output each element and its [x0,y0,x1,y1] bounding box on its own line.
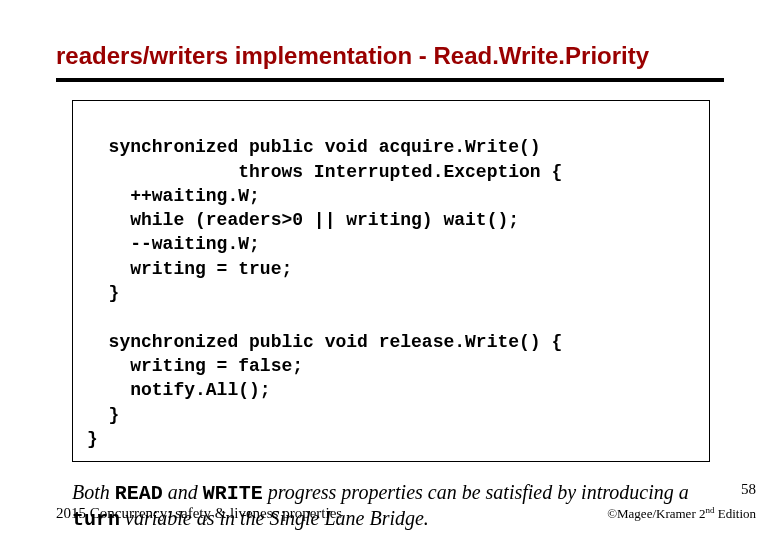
footer-left: 2015 Concurrency: safety & liveness prop… [56,505,342,522]
page-number: 58 [741,481,756,498]
caption-read: READ [115,482,163,505]
code-block-release: synchronized public void release.Write()… [87,332,562,449]
footer-edition: Edition [714,506,756,521]
slide-title: readers/writers implementation - Read.Wr… [56,42,724,70]
caption-text: progress properties can be satisfied by … [263,481,689,503]
caption-text: Both [72,481,115,503]
footer-copyright: ©Magee/Kramer [607,506,699,521]
slide: readers/writers implementation - Read.Wr… [0,0,780,540]
title-rule [56,78,724,82]
caption-write: WRITE [203,482,263,505]
code-box: synchronized public void acquire.Write()… [72,100,710,462]
caption-text: and [163,481,203,503]
code-block-acquire: synchronized public void acquire.Write()… [87,137,562,303]
footer-right: ©Magee/Kramer 2nd Edition [607,505,756,522]
